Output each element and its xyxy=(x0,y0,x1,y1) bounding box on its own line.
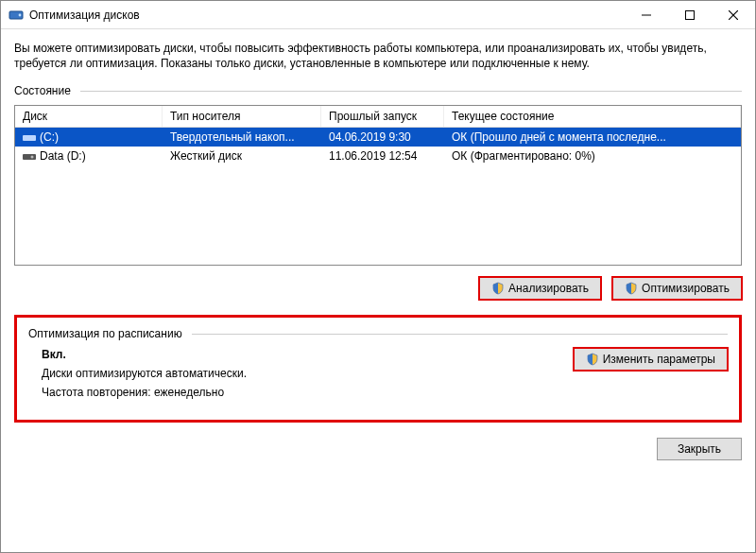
cell-lastrun: 04.06.2019 9:30 xyxy=(321,129,444,146)
col-status[interactable]: Текущее состояние xyxy=(444,106,741,127)
schedule-line1: Диски оптимизируются автоматически. xyxy=(42,367,574,380)
svg-rect-7 xyxy=(23,154,36,160)
cell-disk: (C:) xyxy=(15,129,163,146)
col-disk[interactable]: Диск xyxy=(15,106,163,127)
optimize-button[interactable]: Оптимизировать xyxy=(612,277,742,300)
drive-row[interactable]: (C:)Твердотельный накоп...04.06.2019 9:3… xyxy=(15,128,741,147)
schedule-state: Вкл. xyxy=(42,348,66,361)
content-area: Вы можете оптимизировать диски, чтобы по… xyxy=(1,29,755,552)
col-media[interactable]: Тип носителя xyxy=(163,106,321,127)
listview-header: Диск Тип носителя Прошлый запуск Текущее… xyxy=(15,106,741,128)
schedule-header: Оптимизация по расписанию xyxy=(28,327,728,340)
change-label: Изменить параметры xyxy=(603,353,715,366)
app-icon xyxy=(9,8,24,23)
drive-icon xyxy=(23,132,36,142)
window-title: Оптимизация дисков xyxy=(29,9,625,22)
shield-icon xyxy=(625,282,638,295)
svg-point-8 xyxy=(31,156,34,159)
shield-icon xyxy=(586,353,599,366)
drive-icon xyxy=(23,151,36,161)
cell-status: ОК (Прошло дней с момента последне... xyxy=(444,129,741,146)
close-button[interactable] xyxy=(712,1,755,29)
col-lastrun[interactable]: Прошлый запуск xyxy=(321,106,444,127)
action-buttons-row: Анализировать Оптимизировать xyxy=(14,277,742,300)
maximize-button[interactable] xyxy=(668,1,712,29)
analyze-label: Анализировать xyxy=(508,282,589,295)
schedule-info: Вкл. Диски оптимизируются автоматически.… xyxy=(28,348,574,405)
titlebar: Оптимизация дисков xyxy=(1,1,755,29)
drive-row[interactable]: Data (D:)Жесткий диск11.06.2019 12:54ОК … xyxy=(15,147,741,165)
cell-disk: Data (D:) xyxy=(15,147,163,164)
status-group-header: Состояние xyxy=(14,84,742,97)
disk-optimization-window: Оптимизация дисков Вы можете оптимизиров… xyxy=(0,0,756,553)
svg-point-1 xyxy=(19,13,22,16)
divider xyxy=(192,334,728,335)
drives-listview[interactable]: Диск Тип носителя Прошлый запуск Текущее… xyxy=(14,105,742,266)
svg-rect-6 xyxy=(23,135,36,141)
cell-lastrun: 11.06.2019 12:54 xyxy=(321,147,444,164)
schedule-heading: Оптимизация по расписанию xyxy=(28,327,182,340)
svg-rect-3 xyxy=(686,10,695,19)
cell-media: Твердотельный накоп... xyxy=(163,129,321,146)
cell-status: ОК (Фрагментировано: 0%) xyxy=(444,147,741,164)
analyze-button[interactable]: Анализировать xyxy=(479,277,601,300)
shield-icon xyxy=(491,282,505,295)
description-text: Вы можете оптимизировать диски, чтобы по… xyxy=(14,41,742,71)
change-settings-button[interactable]: Изменить параметры xyxy=(574,348,728,371)
close-label: Закрыть xyxy=(678,442,721,456)
status-label: Состояние xyxy=(14,84,71,97)
close-dialog-button[interactable]: Закрыть xyxy=(657,438,742,460)
minimize-button[interactable] xyxy=(625,1,668,29)
schedule-line2: Частота повторения: еженедельно xyxy=(42,386,574,399)
divider xyxy=(80,91,742,92)
cell-media: Жесткий диск xyxy=(163,147,321,164)
schedule-group: Оптимизация по расписанию Вкл. Диски опт… xyxy=(14,315,742,423)
optimize-label: Оптимизировать xyxy=(642,282,730,295)
footer-row: Закрыть xyxy=(14,434,742,460)
